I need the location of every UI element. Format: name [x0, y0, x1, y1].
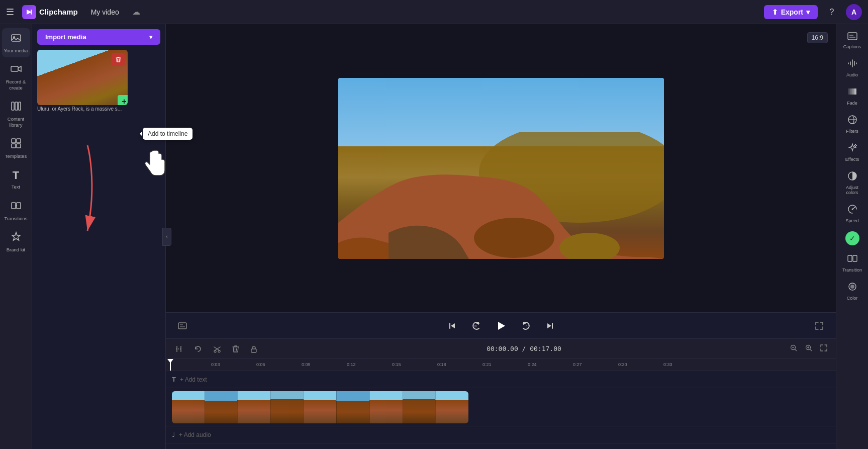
svg-line-34: [810, 349, 812, 351]
svg-text:10: 10: [526, 325, 529, 328]
video-track-row: [166, 388, 836, 426]
sidebar-item-label: Record &create: [6, 79, 26, 91]
rewind-button[interactable]: 10: [469, 319, 483, 333]
video-title[interactable]: My video: [86, 6, 124, 18]
right-sidebar-item-fade[interactable]: Fade: [838, 82, 866, 110]
add-to-timeline-button[interactable]: +: [118, 95, 128, 105]
svg-rect-12: [12, 203, 16, 209]
menu-icon[interactable]: ☰: [6, 7, 14, 18]
svg-rect-40: [852, 88, 854, 95]
cursor-pointer: [143, 150, 168, 183]
export-caret: ▾: [806, 8, 810, 16]
video-frame: [270, 391, 304, 423]
sidebar-item-record-create[interactable]: Record &create: [2, 59, 30, 95]
sidebar-item-brand-kit[interactable]: Brand kit: [2, 227, 30, 256]
add-text-button[interactable]: + Add text: [180, 376, 207, 383]
import-media-label: Import media: [45, 33, 144, 41]
ruler-mark: 0:27: [573, 362, 582, 367]
right-sidebar-item-transition[interactable]: Transition: [838, 249, 866, 277]
skip-back-button[interactable]: [446, 319, 459, 332]
export-button[interactable]: ⬆ Export ▾: [764, 5, 818, 19]
undo-button[interactable]: [191, 343, 205, 355]
media-panel: Import media ▾ + Uluru, or Ayers Rock, i…: [32, 24, 166, 449]
logo-icon: [22, 5, 36, 19]
ruler-mark: 0:09: [302, 362, 311, 367]
sidebar-item-templates[interactable]: Templates: [2, 134, 30, 163]
svg-rect-11: [17, 144, 21, 148]
zoom-out-button[interactable]: [788, 343, 800, 354]
right-sidebar-item-color[interactable]: Color: [838, 278, 866, 305]
speed-label: Speed: [845, 218, 858, 223]
svg-rect-47: [848, 255, 852, 261]
delete-clip-button[interactable]: [229, 343, 242, 355]
right-sidebar-item-captions[interactable]: Captions: [838, 28, 866, 53]
help-button[interactable]: ?: [824, 4, 840, 20]
play-button[interactable]: [493, 318, 509, 334]
media-thumbnail-container: + Uluru, or Ayers Rock, is a massive s..…: [37, 50, 128, 108]
forward-button[interactable]: 10: [519, 319, 533, 333]
red-arrow: [47, 140, 148, 251]
sidebar-item-text[interactable]: T Text: [2, 165, 30, 194]
right-sidebar-item-filters[interactable]: Filters: [838, 111, 866, 138]
user-avatar[interactable]: A: [846, 4, 862, 20]
fullscreen-button[interactable]: [813, 319, 826, 332]
svg-point-46: [851, 209, 853, 210]
right-sidebar-item-speed[interactable]: Speed: [838, 200, 866, 227]
captions-button[interactable]: [176, 320, 189, 331]
ruler-mark: 0:33: [663, 362, 672, 367]
svg-rect-4: [11, 66, 18, 71]
ruler-marks: 0:03 0:06 0:09 0:12 0:15 0:18 0:21 0:24 …: [166, 359, 836, 371]
sidebar-item-label: Transitions: [4, 216, 27, 221]
captions-icon: [847, 32, 857, 43]
timeline-toolbar: 00:00.00 / 00:17.00: [166, 339, 836, 359]
zoom-fit-button[interactable]: [818, 343, 830, 354]
aspect-ratio-badge[interactable]: 16:9: [807, 32, 828, 43]
sidebar-item-your-media[interactable]: Your media: [2, 28, 30, 57]
audio-track-icon: ♩: [172, 431, 175, 438]
ruler-mark: 0:12: [347, 362, 356, 367]
tracks-area: T + Add text: [166, 371, 836, 449]
delete-media-button[interactable]: [112, 53, 125, 66]
fade-icon: [847, 86, 857, 99]
svg-point-24: [218, 350, 220, 352]
record-create-icon: [11, 63, 22, 77]
media-thumbnail[interactable]: +: [37, 50, 128, 105]
video-clip[interactable]: [172, 391, 468, 423]
video-frame: [369, 391, 403, 423]
audio-label: Audio: [846, 72, 858, 77]
topbar: ☰ Clipchamp My video ☁ ⬆ Export ▾ ? A: [0, 0, 868, 24]
zoom-in-button[interactable]: [803, 343, 815, 354]
svg-rect-38: [848, 88, 850, 95]
collapse-panel-button[interactable]: ‹: [162, 228, 171, 246]
text-track-row: T + Add text: [166, 371, 836, 388]
video-frame: [304, 391, 337, 423]
right-sidebar-item-audio[interactable]: Audio: [838, 54, 866, 81]
svg-line-30: [795, 349, 797, 351]
svg-rect-27: [251, 349, 256, 352]
cut-button[interactable]: [210, 343, 224, 355]
right-sidebar-item-adjust-colors[interactable]: Adjustcolors: [838, 167, 866, 199]
sidebar-item-content-library[interactable]: Contentlibrary: [2, 97, 30, 132]
video-frame: [237, 391, 270, 423]
timeline-ruler[interactable]: 0:03 0:06 0:09 0:12 0:15 0:18 0:21 0:24 …: [166, 359, 836, 371]
sidebar-item-label: Templates: [5, 153, 27, 159]
import-media-button[interactable]: Import media ▾: [37, 29, 160, 45]
text-track-icon: T: [172, 376, 176, 383]
split-tool-button[interactable]: [172, 343, 186, 355]
playhead: [170, 359, 171, 371]
content-library-icon: [11, 101, 22, 114]
captions-label: Captions: [843, 44, 861, 49]
ruler-mark: 0:06: [256, 362, 265, 367]
lock-button[interactable]: [247, 343, 260, 355]
sidebar-item-label: Text: [12, 184, 20, 190]
current-time: 00:00.00: [487, 345, 518, 352]
sidebar-item-transitions[interactable]: Transitions: [2, 196, 30, 225]
video-controls: 10 10: [166, 312, 836, 338]
add-audio-button[interactable]: + Add audio: [179, 431, 211, 438]
skip-forward-button[interactable]: [543, 319, 556, 332]
app-name: Clipchamp: [39, 8, 78, 16]
right-sidebar-item-effects[interactable]: Effects: [838, 139, 866, 166]
svg-rect-41: [854, 88, 856, 95]
audio-icon: [847, 58, 857, 71]
media-caption: Uluru, or Ayers Rock, is a massive s...: [37, 106, 128, 112]
